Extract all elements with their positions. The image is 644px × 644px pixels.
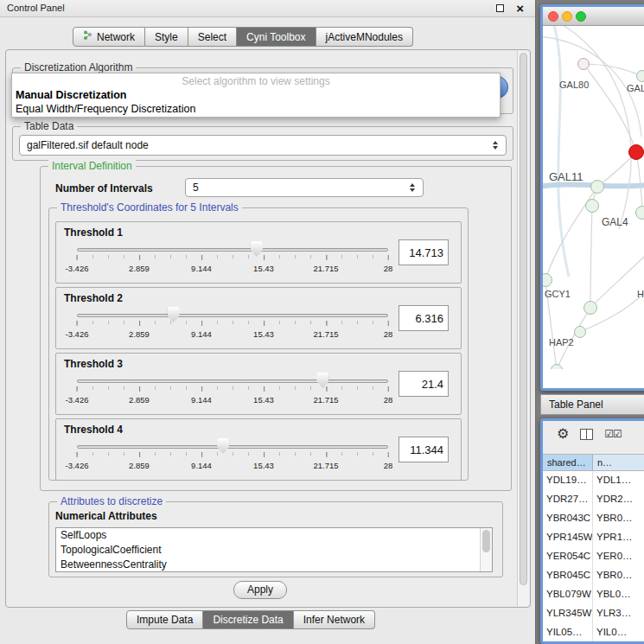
- cell-shared-name[interactable]: YDL19…: [543, 471, 593, 490]
- number-of-intervals-combobox[interactable]: 5: [185, 178, 424, 197]
- table-data-group-title: Table Data: [21, 120, 77, 132]
- float-window-icon[interactable]: [496, 4, 504, 12]
- tab-label: Infer Network: [303, 614, 365, 626]
- table-row[interactable]: YIL05… YIL0…: [543, 623, 644, 641]
- minimize-traffic-light-icon[interactable]: [562, 11, 572, 22]
- zoom-traffic-light-icon[interactable]: [576, 11, 586, 22]
- dropdown-option-manual-discretization[interactable]: Manual Discretization: [16, 89, 127, 101]
- combobox-stepper-icon[interactable]: [405, 183, 419, 192]
- network-node[interactable]: [636, 70, 644, 82]
- threshold-label: Threshold 3: [64, 358, 123, 370]
- select-columns-icon[interactable]: ☑☑: [604, 428, 622, 440]
- list-item[interactable]: BetweennessCentrality: [56, 558, 492, 572]
- slider-track[interactable]: [77, 314, 388, 317]
- cell-name[interactable]: YDL1…: [593, 471, 644, 490]
- tick-label: 15.43: [253, 329, 274, 339]
- threshold-value-field[interactable]: [399, 239, 449, 265]
- gear-icon[interactable]: ⚙: [557, 427, 569, 441]
- threshold-slider[interactable]: -3.4262.8599.14415.4321.71528: [77, 373, 388, 411]
- table-row[interactable]: YBR043C YBR0…: [543, 509, 644, 528]
- dropdown-option-equal-width-frequency[interactable]: Equal Width/Frequency Discretization: [16, 103, 195, 115]
- network-node[interactable]: [590, 180, 604, 194]
- control-panel-titlebar: Control Panel ×: [0, 0, 535, 17]
- table-row[interactable]: YER054C YER0…: [543, 547, 644, 566]
- threshold-slider[interactable]: -3.4262.8599.14415.4321.71528: [77, 438, 388, 476]
- table-row[interactable]: YLR345W YLR3…: [543, 604, 644, 623]
- tab-select[interactable]: Select: [188, 27, 237, 47]
- tab-infer-network[interactable]: Infer Network: [294, 610, 375, 629]
- slider-track[interactable]: [77, 379, 388, 383]
- columns-icon[interactable]: [580, 429, 593, 440]
- tab-impute-data[interactable]: Impute Data: [126, 610, 203, 629]
- combobox-stepper-icon[interactable]: [488, 141, 502, 150]
- threshold-value-field[interactable]: [399, 305, 449, 331]
- numerical-attributes-list[interactable]: SelfLoopsTopologicalCoefficientBetweenne…: [55, 527, 493, 572]
- table-row[interactable]: YDL19… YDL1…: [543, 471, 644, 490]
- column-header-shared[interactable]: shared…: [543, 455, 593, 470]
- table-panel-title: Table Panel: [549, 399, 603, 411]
- cell-name[interactable]: YDR2…: [593, 490, 644, 509]
- list-item[interactable]: TopologicalCoefficient: [56, 543, 492, 558]
- tick-label: -3.426: [66, 264, 89, 273]
- tick-label: 9.144: [191, 461, 212, 470]
- slider-track[interactable]: [77, 248, 388, 252]
- cell-shared-name[interactable]: YPR145W: [543, 528, 593, 547]
- network-node[interactable]: [585, 199, 599, 213]
- cell-name[interactable]: YLR3…: [593, 604, 644, 623]
- table-row[interactable]: YDR27… YDR2…: [543, 490, 644, 509]
- network-node[interactable]: [635, 206, 644, 220]
- tick-label: 15.43: [253, 395, 274, 405]
- slider-tick-labels: -3.4262.8599.14415.4321.71528: [77, 459, 388, 471]
- tab-network[interactable]: Network: [73, 27, 145, 47]
- cell-name[interactable]: YBR0…: [593, 566, 644, 585]
- cell-name[interactable]: YPR1…: [593, 528, 644, 547]
- network-canvas[interactable]: GAL80 GAL8 GAL11 GAL4 GCY1 HAP2 H: [543, 26, 644, 369]
- threshold-slider[interactable]: -3.4262.8599.14415.4321.71528: [77, 307, 388, 345]
- cell-shared-name[interactable]: YBR043C: [543, 509, 593, 528]
- list-scrollbar[interactable]: [480, 528, 492, 571]
- scrollbar-thumb[interactable]: [482, 530, 490, 552]
- network-node[interactable]: [628, 144, 644, 160]
- list-item[interactable]: SelfLoops: [56, 528, 492, 543]
- close-traffic-light-icon[interactable]: [548, 11, 558, 22]
- panel-scrollbar[interactable]: [517, 51, 529, 606]
- tab-label: Style: [155, 31, 178, 43]
- tab-style[interactable]: Style: [145, 27, 188, 47]
- tick-label: -3.426: [66, 461, 89, 470]
- tick-label: 2.859: [129, 395, 150, 405]
- network-window-titlebar[interactable]: [543, 7, 644, 26]
- threshold-value-field[interactable]: [399, 371, 449, 397]
- table-data-combobox[interactable]: galFiltered.sif default node: [19, 135, 507, 156]
- cell-name[interactable]: YBL0…: [593, 585, 644, 604]
- tab-cyni-toolbox[interactable]: Cyni Toolbox: [237, 27, 316, 47]
- slider-track[interactable]: [77, 445, 388, 449]
- table-row[interactable]: YPR145W YPR1…: [543, 528, 644, 547]
- cell-shared-name[interactable]: YIL05…: [543, 623, 593, 641]
- cell-shared-name[interactable]: YBR045C: [543, 566, 593, 585]
- network-icon: [83, 30, 92, 43]
- table-row[interactable]: YBL079W YBL0…: [543, 585, 644, 604]
- cell-name[interactable]: YER0…: [593, 547, 644, 566]
- algorithm-group-title: Discretization Algorithm: [21, 61, 136, 73]
- close-icon[interactable]: ×: [516, 1, 524, 16]
- cell-name[interactable]: YIL0…: [593, 623, 644, 641]
- table-row[interactable]: YBR045C YBR0…: [543, 566, 644, 585]
- threshold-value-field[interactable]: [399, 437, 449, 462]
- table-panel-titlebar[interactable]: Table Panel: [540, 394, 644, 415]
- cell-name[interactable]: YBR0…: [593, 509, 644, 528]
- network-node[interactable]: [574, 326, 586, 338]
- apply-button[interactable]: Apply: [233, 581, 287, 599]
- network-node[interactable]: [577, 58, 590, 70]
- scrollbar-thumb[interactable]: [520, 53, 527, 585]
- network-node[interactable]: [583, 301, 597, 315]
- tick-label: 21.715: [313, 329, 338, 339]
- column-header-name[interactable]: n…: [593, 455, 644, 470]
- tab-jactivemnodules[interactable]: jActiveMNodules: [316, 27, 413, 47]
- cell-shared-name[interactable]: YBL079W: [543, 585, 593, 604]
- cell-shared-name[interactable]: YDR27…: [543, 490, 593, 509]
- cell-shared-name[interactable]: YER054C: [543, 547, 593, 566]
- dropdown-hint-item[interactable]: Select algorithm to view settings: [12, 75, 500, 87]
- cell-shared-name[interactable]: YLR345W: [543, 604, 593, 623]
- tab-discretize-data[interactable]: Discretize Data: [203, 610, 293, 629]
- threshold-slider[interactable]: -3.4262.8599.14415.4321.71528: [77, 241, 388, 279]
